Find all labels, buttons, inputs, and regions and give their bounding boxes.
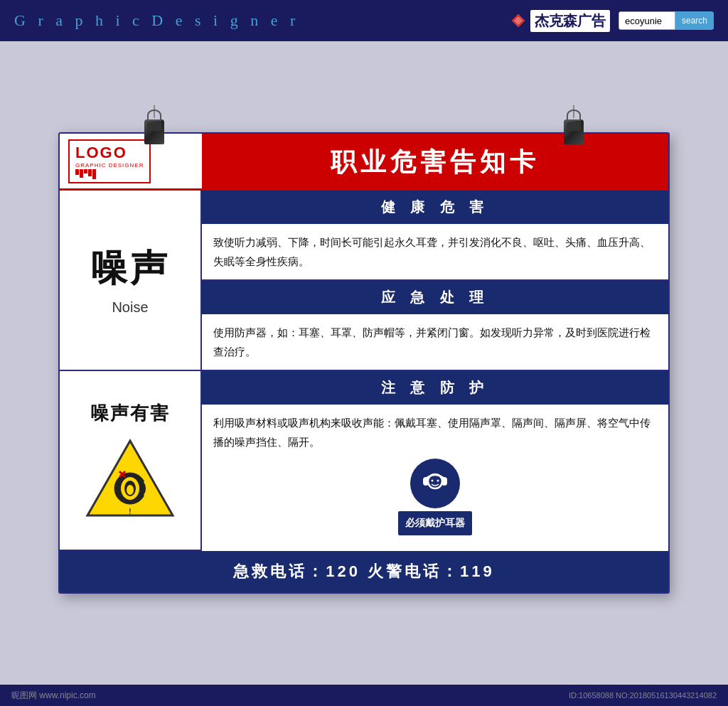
wave-bar-2 bbox=[80, 169, 83, 178]
ear-muff-svg bbox=[417, 466, 453, 501]
logo-sub: GRAPHIC DESIGNER bbox=[75, 162, 144, 169]
warning-triangle-icon: ! bbox=[84, 437, 176, 519]
header: G r a p h i c D e s i g n e r 杰克森广告 sear… bbox=[0, 0, 728, 41]
wave-bar-3 bbox=[84, 169, 87, 173]
header-right: 杰克森广告 search bbox=[510, 10, 714, 32]
wave-bar-4 bbox=[88, 169, 92, 176]
card-title-area: 职业危害告知卡 bbox=[202, 134, 668, 191]
protection-text: 利用吸声材料或吸声机构来吸收声能：佩戴耳塞、使用隔声罩、隔声间、隔声屏、将空气中… bbox=[213, 417, 651, 448]
hazard-warning-section: 噪声有害 bbox=[60, 371, 200, 551]
search-input[interactable] bbox=[619, 11, 675, 30]
hazard-name-zh: 噪声 bbox=[90, 244, 170, 294]
ear-protection-icon: 必须戴护耳器 bbox=[213, 459, 657, 535]
wave-bar-5 bbox=[92, 169, 96, 179]
clip-handle-right bbox=[567, 109, 581, 121]
ear-icon-label: 必须戴护耳器 bbox=[398, 511, 472, 535]
clip-handle-left bbox=[147, 109, 161, 121]
clip-body-right bbox=[564, 119, 584, 144]
brand-name: 杰克森广告 bbox=[530, 10, 610, 32]
hazard-warning-text: 噪声有害 bbox=[90, 401, 170, 426]
health-section: 健 康 危 害 致使听力减弱、下降，时间长可能引起永久耳聋，并引发消化不良、呕吐… bbox=[202, 191, 668, 281]
wave-bar-1 bbox=[75, 169, 79, 175]
card-footer: 急救电话：120 火警电话：119 bbox=[60, 551, 668, 592]
protection-section: 注 意 防 护 利用吸声材料或吸声机构来吸收声能：佩戴耳塞、使用隔声罩、隔声间、… bbox=[202, 371, 668, 550]
health-header: 健 康 危 害 bbox=[202, 191, 668, 224]
emergency-header: 应 急 处 理 bbox=[202, 281, 668, 314]
bottom-watermark: 昵图网 www.nipic.com bbox=[11, 690, 96, 702]
main-card: LOGO GRAPHIC DESIGNER 职业危害告知卡 bbox=[58, 132, 670, 593]
logo-wave bbox=[75, 169, 144, 179]
header-title: G r a p h i c D e s i g n e r bbox=[14, 11, 299, 30]
svg-point-15 bbox=[437, 480, 439, 482]
hazard-name-en: Noise bbox=[112, 299, 148, 316]
protection-content: 利用吸声材料或吸声机构来吸收声能：佩戴耳塞、使用隔声罩、隔声间、隔声屏、将空气中… bbox=[202, 405, 668, 550]
emergency-section: 应 急 处 理 使用防声器，如：耳塞、耳罩、防声帽等，并紧闭门窗。如发现听力异常… bbox=[202, 281, 668, 371]
emergency-content: 使用防声器，如：耳塞、耳罩、防声帽等，并紧闭门窗。如发现听力异常，及时到医院进行… bbox=[202, 314, 668, 371]
left-column: 噪声 Noise 噪声有害 bbox=[60, 191, 202, 550]
brand-logo: 杰克森广告 bbox=[510, 10, 610, 32]
card-logo-area: LOGO GRAPHIC DESIGNER bbox=[60, 134, 202, 191]
health-content: 致使听力减弱、下降，时间长可能引起永久耳聋，并引发消化不良、呕吐、头痛、血压升高… bbox=[202, 224, 668, 281]
bottom-bar: 昵图网 www.nipic.com ID:10658088 NO:2018051… bbox=[0, 685, 728, 706]
card-body: 噪声 Noise 噪声有害 bbox=[60, 191, 668, 550]
svg-point-14 bbox=[432, 480, 434, 482]
left-clip bbox=[144, 105, 165, 144]
bottom-id: ID:10658088 NO:20180516130443214082 bbox=[569, 691, 717, 700]
protection-header: 注 意 防 护 bbox=[202, 371, 668, 405]
search-button[interactable]: search bbox=[675, 11, 714, 30]
logo-box: LOGO GRAPHIC DESIGNER bbox=[68, 139, 151, 183]
search-box[interactable]: search bbox=[619, 11, 714, 30]
hazard-name-section: 噪声 Noise bbox=[60, 191, 200, 370]
clip-body-left bbox=[144, 119, 164, 144]
right-clip bbox=[563, 105, 584, 144]
right-column: 健 康 危 害 致使听力减弱、下降，时间长可能引起永久耳聋，并引发消化不良、呕吐… bbox=[202, 191, 668, 550]
svg-point-7 bbox=[127, 485, 134, 495]
card-main-title: 职业危害告知卡 bbox=[331, 145, 540, 180]
main-area: LOGO GRAPHIC DESIGNER 职业危害告知卡 bbox=[0, 41, 728, 685]
ear-icon-circle bbox=[410, 459, 460, 508]
card-outer: LOGO GRAPHIC DESIGNER 职业危害告知卡 bbox=[58, 132, 670, 593]
svg-text:!: ! bbox=[129, 508, 131, 515]
logo-text: LOGO bbox=[75, 144, 144, 162]
diamond-icon bbox=[510, 13, 526, 28]
